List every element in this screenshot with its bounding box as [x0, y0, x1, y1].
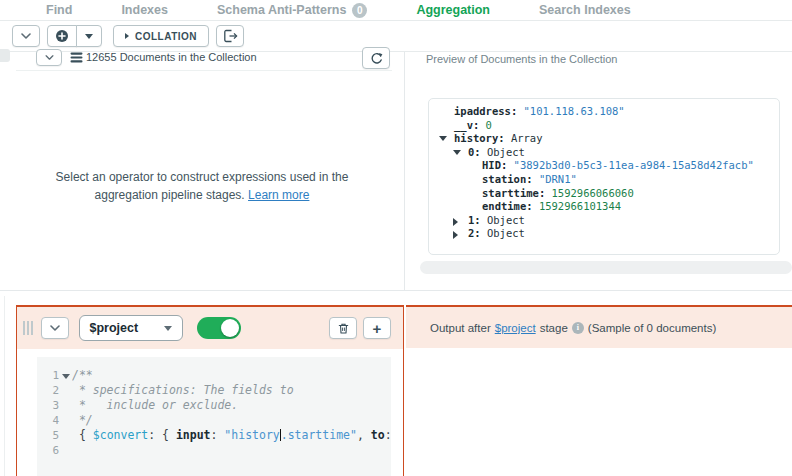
field-value: "101.118.63.108" [524, 105, 625, 117]
learn-more-link[interactable]: Learn more [248, 188, 309, 202]
collation-toggle-button[interactable]: COLLATION [113, 25, 209, 47]
field-value: "3892b3d0-b5c3-11ea-a984-15a58d42facb" [514, 159, 754, 171]
field-key: 0: [468, 146, 487, 158]
document-field-row: starttime: 1592966066060 [429, 187, 779, 201]
code-line: 1/** [37, 368, 391, 383]
expand-caret-icon[interactable] [453, 218, 458, 226]
collapse-stage-button[interactable] [41, 317, 69, 339]
tab-label: Schema Anti-Patterns [217, 3, 346, 17]
export-to-language-button[interactable] [216, 25, 244, 47]
expand-caret-icon[interactable] [453, 231, 458, 239]
stage-enabled-toggle[interactable] [197, 317, 241, 339]
document-preview-card: ipaddress: "101.118.63.108"__v: 0history… [428, 98, 780, 255]
code-token: * include or exclude. [72, 398, 238, 412]
field-key: __v: [454, 119, 486, 131]
info-icon[interactable]: i [572, 322, 584, 334]
expand-caret-icon[interactable] [439, 136, 447, 141]
horizontal-scrollbar[interactable] [420, 261, 792, 274]
expand-caret-icon[interactable] [453, 150, 461, 155]
header-divider [16, 70, 392, 71]
stage-output-panel: Output after $project stage i (Sample of… [406, 305, 792, 476]
add-stage-button[interactable]: + [363, 317, 391, 339]
code-line: 4 */ [37, 413, 391, 428]
document-field-row: __v: 0 [429, 119, 779, 133]
code-token: /** [72, 368, 93, 382]
field-value: "DRN1" [539, 173, 577, 185]
tab-label: Find [46, 3, 72, 17]
document-field-row: HID: "3892b3d0-b5c3-11ea-a984-15a58d42fa… [429, 159, 779, 173]
export-icon [223, 29, 238, 43]
caret-down-icon [85, 34, 93, 39]
tab-bar: FindIndexesSchema Anti-Patterns0Aggregat… [0, 0, 792, 21]
code-token: input [176, 428, 211, 442]
save-pipeline-menu-button[interactable] [76, 25, 102, 47]
document-field-row: endtime: 1592966101344 [429, 200, 779, 214]
tab-indexes[interactable]: Indexes [121, 3, 168, 17]
code-token: "history [224, 428, 279, 442]
stage-header: $project + [17, 307, 403, 349]
code-line: 2 * specifications: The fields to [37, 383, 391, 398]
fold-gutter [59, 383, 72, 398]
code-text: * include or exclude. [72, 398, 238, 413]
empty-state-text-line1: Select an operator to construct expressi… [56, 170, 349, 184]
caret-down-icon [164, 326, 172, 331]
code-line: 5 { $convert: { input: "history.starttim… [37, 428, 391, 443]
document-field-row: ipaddress: "101.118.63.108" [429, 105, 779, 119]
field-key: 2: [468, 227, 487, 239]
fold-gutter [59, 443, 72, 458]
tab-label: Search Indexes [539, 3, 631, 17]
tab-schema-anti-patterns[interactable]: Schema Anti-Patterns0 [217, 3, 367, 18]
field-key: station: [482, 173, 539, 185]
stage-operator-select[interactable]: $project [79, 315, 183, 341]
output-sample-count: (Sample of 0 documents) [588, 322, 716, 334]
circle-plus-icon [55, 29, 69, 43]
stage-doc-link[interactable]: $project [495, 322, 536, 334]
field-value: 1592966066060 [552, 187, 634, 199]
line-number: 6 [37, 443, 59, 458]
collapse-pipeline-button[interactable] [12, 25, 40, 47]
code-token: * specifications: The fields to [72, 383, 294, 397]
fold-caret-icon[interactable] [59, 368, 72, 383]
field-key: endtime: [482, 200, 539, 212]
code-token: , [357, 428, 371, 442]
chevron-down-icon [50, 325, 60, 331]
line-number: 1 [37, 368, 59, 383]
document-field-row: 0: Object [429, 146, 779, 160]
tab-label: Indexes [121, 3, 168, 17]
code-text: * specifications: The fields to [72, 383, 294, 398]
code-token: */ [72, 413, 93, 427]
disclosure-triangle-icon [125, 33, 129, 39]
chevron-down-icon [45, 55, 54, 60]
code-text: */ [72, 413, 93, 428]
toggle-knob [221, 319, 239, 337]
empty-state-text-line2: aggregation pipeline stages. [95, 188, 245, 202]
pane-left-border [4, 296, 5, 476]
code-line: 3 * include or exclude. [37, 398, 391, 413]
fold-gutter [59, 428, 72, 443]
stage-code-editor[interactable]: 1/**2 * specifications: The fields to3 *… [37, 357, 391, 476]
tab-badge: 0 [352, 3, 367, 18]
operator-empty-state: Select an operator to construct expressi… [0, 168, 404, 204]
aggregation-screen: FindIndexesSchema Anti-Patterns0Aggregat… [0, 0, 792, 476]
code-token: : [211, 428, 225, 442]
tab-aggregation[interactable]: Aggregation [416, 3, 490, 17]
field-value: Object [487, 227, 525, 239]
collapse-input-preview-button[interactable] [36, 49, 62, 66]
code-token: .starttime" [281, 428, 357, 442]
drag-handle-icon[interactable] [23, 321, 33, 335]
output-prefix: Output after [430, 322, 491, 334]
pane-divider[interactable] [404, 52, 405, 290]
code-token: to [371, 428, 385, 442]
field-value: Array [511, 132, 543, 144]
refresh-documents-button[interactable] [362, 47, 390, 69]
section-divider [0, 290, 792, 291]
delete-stage-button[interactable] [329, 317, 357, 339]
field-value: Object [487, 146, 525, 158]
document-field-row: history: Array [429, 132, 779, 146]
collection-stack-icon [70, 51, 83, 64]
save-pipeline-button[interactable] [47, 25, 77, 47]
output-middle: stage [540, 322, 568, 334]
tab-find[interactable]: Find [46, 3, 72, 17]
code-token: : { [148, 428, 176, 442]
tab-search-indexes[interactable]: Search Indexes [539, 3, 631, 17]
